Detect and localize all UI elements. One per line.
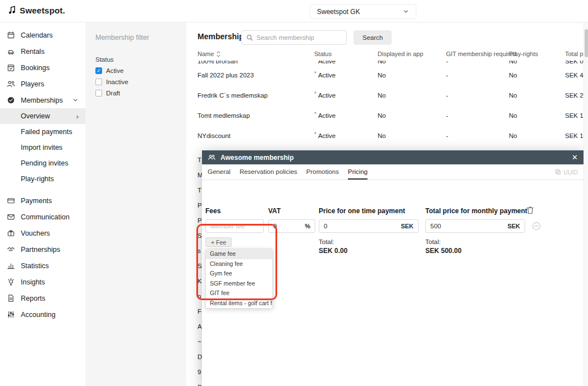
sidebar-item-communication[interactable]: Communication (0, 209, 85, 225)
people-icon (7, 80, 15, 88)
add-fee-button[interactable]: + Fee (205, 237, 232, 247)
sidebar-item-memberships[interactable]: Memberships (0, 92, 85, 108)
monthly-total-value: SEK 500.00 (425, 247, 462, 255)
uuid-button[interactable]: UUID (555, 164, 578, 180)
tab-general[interactable]: General (208, 164, 231, 180)
sidebar-item-import-invites[interactable]: Import invites (0, 140, 85, 155)
filter-option-label: Active (106, 67, 123, 74)
sidebar-item-accounting[interactable]: Accounting (0, 306, 85, 323)
search-icon (246, 34, 253, 41)
percent-suffix: % (305, 223, 315, 229)
fee-option-game-fee[interactable]: Game fee (206, 249, 272, 259)
onetime-price-input[interactable] (319, 223, 401, 229)
vat-input[interactable] (269, 223, 305, 229)
search-input[interactable] (256, 34, 342, 41)
handshake-icon (7, 245, 15, 254)
pricing-tab-content: Fees VAT Price for one time payment Tota… (202, 180, 584, 386)
filter-option-label: Draft (106, 90, 120, 96)
cell-price: SEK 4,400.0 (565, 72, 585, 79)
onetime-price-input-group: SEK (319, 219, 419, 233)
brand[interactable]: Sweetspot. (8, 5, 65, 15)
cell-price: SEK 0.00 (565, 61, 585, 65)
filter-option-active[interactable]: Active (95, 67, 176, 74)
sidebar-item-label: Accounting (21, 311, 56, 319)
sidebar-item-label: Communication (21, 213, 70, 221)
tab-promotions[interactable]: Promotions (306, 164, 339, 180)
cell-name: Tomt medlemskap (197, 112, 314, 119)
table-row[interactable]: Tomt medlemskap *Active No - No SEK 1,40… (186, 105, 588, 126)
sidebar-item-rentals[interactable]: Rentals (0, 43, 85, 59)
fee-option-cleaning-fee[interactable]: Cleaning fee (206, 259, 272, 269)
filter-option-draft[interactable]: Draft (95, 90, 176, 96)
cell-git: - (446, 132, 509, 139)
column-header-status: Status (314, 50, 378, 57)
checkbox-checked-icon (95, 67, 102, 74)
filter-option-label: Inactive (106, 79, 128, 85)
sidebar-item-vouchers[interactable]: Vouchers (0, 225, 85, 241)
active-status-icon: * (314, 111, 316, 117)
cell-name: Fredrik C´s medlemskap (197, 92, 314, 99)
credit-card-icon (7, 196, 15, 205)
sidebar-item-insights[interactable]: Insights (0, 274, 85, 290)
sidebar-item-label: Rentals (21, 48, 44, 56)
fee-option-rental-items[interactable]: Rental items - golf cart fleet (206, 298, 272, 309)
sidebar-item-label: Payments (21, 197, 52, 205)
tab-pricing[interactable]: Pricing (348, 164, 368, 180)
currency-suffix: SEK (401, 223, 418, 229)
filter-option-inactive[interactable]: Inactive (95, 79, 176, 85)
vat-input-group: % (268, 219, 315, 233)
trash-icon[interactable] (526, 206, 534, 214)
sliders-icon (7, 310, 15, 319)
sidebar-item-overview[interactable]: Overview › (0, 108, 85, 124)
page-title: Memberships (197, 32, 248, 41)
member-fee-input-group (205, 219, 264, 233)
fee-option-gym-fee[interactable]: Gym fee (206, 269, 272, 279)
club-selector[interactable]: Sweetspot GK (310, 4, 416, 19)
vat-column-label: VAT (268, 207, 281, 215)
scrollbar-thumb[interactable] (585, 29, 588, 57)
monthly-price-input[interactable] (426, 223, 507, 229)
sidebar-item-failed-payments[interactable]: Failed payments (0, 124, 85, 140)
fees-column-label: Fees (205, 207, 220, 215)
remove-row-icon[interactable] (532, 222, 541, 231)
fee-option-git-fee[interactable]: GIT fee (206, 288, 272, 298)
fee-option-sgf-member-fee[interactable]: SGF member fee (206, 279, 272, 289)
sidebar-item-pending-invites[interactable]: Pending invites (0, 155, 85, 171)
cell-play: No (509, 72, 565, 79)
table-row[interactable]: Fall 2022 plus 2023 *Active No - No SEK … (186, 65, 588, 85)
table-row[interactable]: NYdiscount *Active No - No SEK 1.00 (186, 126, 588, 146)
document-icon (7, 294, 15, 302)
sidebar-item-partnerships[interactable]: Partnerships (0, 241, 85, 258)
sidebar-item-players[interactable]: Players (0, 76, 85, 92)
uuid-label: UUID (563, 169, 578, 176)
close-icon[interactable]: ✕ (572, 153, 578, 162)
cell-play: No (509, 61, 565, 65)
copy-icon (555, 169, 561, 175)
sidebar-item-play-rights[interactable]: Play-rights (0, 171, 85, 187)
sidebar-item-statistics[interactable]: Statistics (0, 258, 85, 274)
table-header: Name Status Displayed in app GIT members… (186, 47, 588, 61)
checkbox-unchecked-icon (95, 90, 102, 96)
search-button[interactable]: Search (353, 30, 392, 45)
tab-reservation-policies[interactable]: Reservation policies (240, 164, 297, 180)
sidebar-item-bookings[interactable]: Bookings (0, 59, 85, 76)
membership-filter-panel: Membership filter Status Active Inactive… (85, 22, 186, 386)
membership-modal: Awesome membership ✕ General Reservation… (202, 150, 584, 386)
table-row[interactable]: 100% brorsan *Active No - No SEK 0.00 (186, 61, 588, 65)
calendar-icon (7, 31, 15, 39)
chevron-down-icon (403, 8, 409, 15)
status-group-label: Status (95, 56, 176, 63)
cell-git: - (446, 92, 509, 99)
column-header-name[interactable]: Name (197, 50, 314, 57)
sidebar: Calendars Rentals Bookings Players Membe… (0, 22, 85, 386)
member-fee-input[interactable] (206, 223, 263, 229)
cell-price: SEK 1.00 (565, 132, 585, 139)
sidebar-item-reports[interactable]: Reports (0, 290, 85, 306)
filter-panel-title: Membership filter (95, 34, 176, 42)
cell-price: SEK 200.00 (565, 92, 585, 99)
table-row[interactable]: Fredrik C´s medlemskap *Active No - No S… (186, 85, 588, 105)
sidebar-item-calendars[interactable]: Calendars (0, 27, 85, 43)
column-header-git: GIT membership required (446, 50, 509, 57)
sidebar-item-payments[interactable]: Payments (0, 192, 85, 209)
sidebar-item-label: Statistics (21, 262, 49, 270)
